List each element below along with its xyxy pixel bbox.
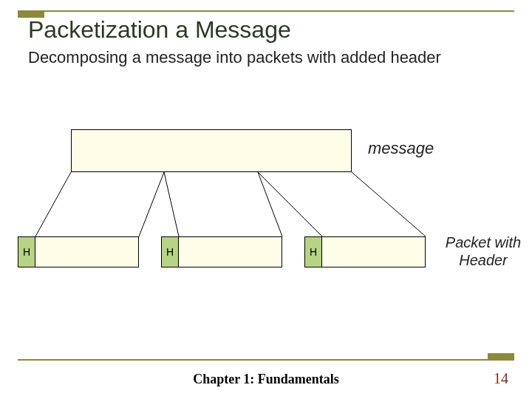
packet-label-line1: Packet with (446, 234, 521, 250)
svg-line-1 (139, 172, 164, 236)
svg-line-2 (164, 172, 179, 236)
page-number: 14 (494, 370, 508, 387)
packet-3-header-label: H (310, 246, 317, 258)
packet-1-body (35, 236, 139, 267)
packet-2-body (179, 236, 282, 267)
packet-label-line2: Header (459, 252, 508, 268)
packet-1-header-label: H (23, 246, 30, 258)
svg-line-0 (35, 172, 71, 236)
footer-chapter: Chapter 1: Fundamentals (0, 372, 532, 387)
packet-3-header: H (304, 236, 322, 267)
bottom-rule (18, 359, 514, 361)
packet-2-header: H (161, 236, 179, 267)
packet-2-header-label: H (166, 246, 174, 258)
top-rule (18, 10, 514, 12)
svg-line-5 (352, 172, 426, 236)
packet-3-body (322, 236, 426, 267)
svg-line-4 (258, 172, 322, 236)
bottom-rule-accent (488, 353, 514, 361)
slide: Packetization a Message Decomposing a me… (0, 0, 532, 399)
packet-1-header: H (18, 236, 35, 267)
slide-subtitle: Decomposing a message into packets with … (28, 47, 488, 68)
svg-line-3 (258, 172, 282, 236)
message-label: message (368, 139, 434, 158)
slide-title: Packetization a Message (28, 16, 291, 44)
message-box (71, 129, 352, 172)
packet-with-header-label: Packet with Header (439, 233, 528, 269)
